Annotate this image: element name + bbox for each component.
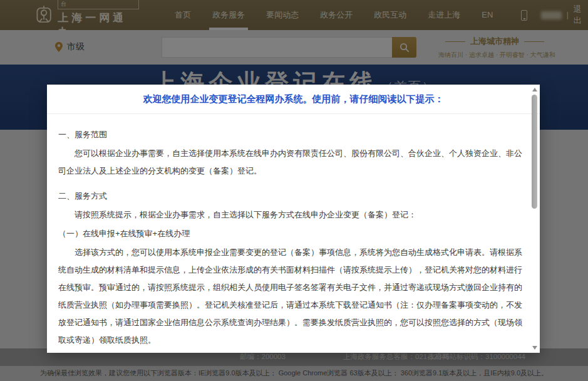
modal-body: 一、服务范围 您可以根据企业办事需要，自主选择使用本系统在线申办内资有限责任公司… (47, 115, 530, 353)
scrollbar-thumb[interactable] (532, 95, 537, 209)
scroll-down-arrow-icon[interactable] (532, 346, 537, 350)
scroll-up-arrow-icon[interactable] (532, 88, 537, 91)
modal-list-item: （二）在线申报+在线预审+线下办理 (58, 350, 527, 353)
welcome-notice-modal: 欢迎您使用企业变更登记全程网办系统。使用前，请仔细阅读以下提示： 一、服务范围 … (47, 85, 540, 353)
modal-section-heading: 一、服务范围 (58, 126, 527, 144)
modal-scrollbar[interactable] (531, 86, 539, 352)
modal-list-item: （一）在线申报+在线预审+在线办理 (58, 225, 527, 243)
modal-title: 欢迎您使用企业变更登记全程网办系统。使用前，请仔细阅读以下提示： (47, 85, 540, 114)
modal-paragraph: 您可以根据企业办事需要，自主选择使用本系统在线申办内资有限责任公司、股份有限公司… (58, 145, 527, 180)
modal-section-heading: 二、服务方式 (58, 187, 527, 205)
modal-paragraph: 请按照系统提示，根据企业办事需求，自主选择以下服务方式在线申办企业变更（备案）登… (58, 206, 527, 224)
page: 全国一体化在线政务服务平台 上海一网通办 首页 政务服务 要闻动态 政务公开 政… (0, 0, 588, 381)
modal-paragraph: 选择该方式的，您可以使用本系统申报企业需要变更的登记（备案）事项信息，系统将为您… (58, 244, 527, 349)
